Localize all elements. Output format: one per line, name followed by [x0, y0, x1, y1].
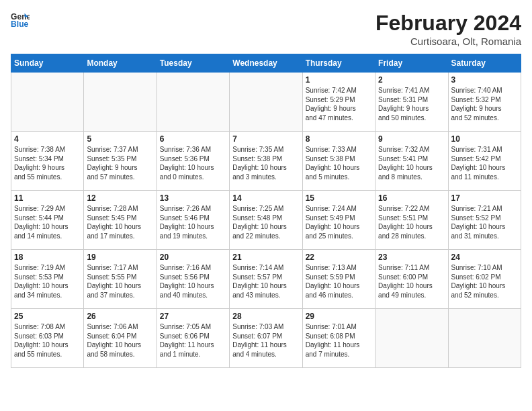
day-number: 14 — [232, 193, 299, 203]
day-number: 1 — [306, 75, 372, 85]
calendar-cell: 26Sunrise: 7:06 AMSunset: 6:04 PMDayligh… — [84, 309, 157, 368]
weekday-header-sunday: Sunday — [11, 54, 84, 73]
cell-content: Sunrise: 7:22 AMSunset: 5:51 PMDaylight:… — [378, 204, 445, 240]
day-number: 18 — [14, 253, 81, 262]
cell-content: Sunrise: 7:40 AMSunset: 5:32 PMDaylight:… — [451, 86, 518, 122]
calendar-cell: 20Sunrise: 7:16 AMSunset: 5:56 PMDayligh… — [157, 250, 229, 309]
day-number: 8 — [306, 134, 372, 144]
calendar-week-2: 11Sunrise: 7:29 AMSunset: 5:44 PMDayligh… — [11, 191, 521, 250]
cell-content: Sunrise: 7:33 AMSunset: 5:38 PMDaylight:… — [306, 145, 372, 181]
cell-content: Sunrise: 7:28 AMSunset: 5:45 PMDaylight:… — [87, 204, 153, 240]
calendar-cell — [230, 73, 302, 132]
logo: General Blue — [11, 11, 30, 30]
svg-text:Blue: Blue — [11, 19, 29, 29]
calendar-week-3: 18Sunrise: 7:19 AMSunset: 5:53 PMDayligh… — [11, 250, 521, 309]
cell-content: Sunrise: 7:06 AMSunset: 6:04 PMDaylight:… — [87, 322, 153, 359]
calendar-cell: 19Sunrise: 7:17 AMSunset: 5:55 PMDayligh… — [84, 250, 157, 309]
calendar-cell — [375, 309, 448, 368]
cell-content: Sunrise: 7:31 AMSunset: 5:42 PMDaylight:… — [451, 145, 518, 181]
calendar-cell: 14Sunrise: 7:25 AMSunset: 5:48 PMDayligh… — [230, 191, 302, 250]
day-number: 24 — [451, 253, 518, 262]
day-number: 10 — [451, 134, 518, 144]
day-number: 4 — [14, 134, 81, 144]
calendar-cell: 28Sunrise: 7:03 AMSunset: 6:07 PMDayligh… — [230, 309, 302, 368]
calendar-cell: 11Sunrise: 7:29 AMSunset: 5:44 PMDayligh… — [11, 191, 84, 250]
calendar-cell: 9Sunrise: 7:32 AMSunset: 5:41 PMDaylight… — [375, 132, 448, 191]
cell-content: Sunrise: 7:05 AMSunset: 6:06 PMDaylight:… — [160, 322, 226, 359]
calendar-cell: 12Sunrise: 7:28 AMSunset: 5:45 PMDayligh… — [84, 191, 157, 250]
weekday-header-friday: Friday — [375, 54, 448, 73]
calendar-cell: 1Sunrise: 7:42 AMSunset: 5:29 PMDaylight… — [302, 73, 375, 132]
cell-content: Sunrise: 7:14 AMSunset: 5:57 PMDaylight:… — [232, 263, 299, 300]
location-subtitle: Curtisoara, Olt, Romania — [375, 36, 521, 47]
calendar-week-4: 25Sunrise: 7:08 AMSunset: 6:03 PMDayligh… — [11, 309, 521, 368]
calendar-header: SundayMondayTuesdayWednesdayThursdayFrid… — [11, 54, 521, 73]
day-number: 13 — [160, 193, 226, 203]
day-number: 19 — [87, 253, 153, 262]
calendar-cell: 3Sunrise: 7:40 AMSunset: 5:32 PMDaylight… — [448, 73, 521, 132]
cell-content: Sunrise: 7:10 AMSunset: 6:02 PMDaylight:… — [451, 263, 518, 300]
weekday-row: SundayMondayTuesdayWednesdayThursdayFrid… — [11, 54, 521, 73]
header: General Blue February 2024 Curtisoara, O… — [11, 11, 521, 47]
cell-content: Sunrise: 7:42 AMSunset: 5:29 PMDaylight:… — [306, 86, 372, 122]
day-number: 28 — [232, 312, 299, 321]
cell-content: Sunrise: 7:29 AMSunset: 5:44 PMDaylight:… — [14, 204, 81, 240]
calendar-cell: 29Sunrise: 7:01 AMSunset: 6:08 PMDayligh… — [302, 309, 375, 368]
day-number: 7 — [232, 134, 299, 144]
logo-icon: General Blue — [11, 11, 30, 30]
calendar-cell — [84, 73, 157, 132]
day-number: 17 — [451, 193, 518, 203]
calendar-week-1: 4Sunrise: 7:38 AMSunset: 5:34 PMDaylight… — [11, 132, 521, 191]
cell-content: Sunrise: 7:11 AMSunset: 6:00 PMDaylight:… — [378, 263, 445, 300]
day-number: 2 — [378, 75, 445, 85]
calendar-body: 1Sunrise: 7:42 AMSunset: 5:29 PMDaylight… — [11, 73, 521, 368]
calendar-cell: 18Sunrise: 7:19 AMSunset: 5:53 PMDayligh… — [11, 250, 84, 309]
cell-content: Sunrise: 7:01 AMSunset: 6:08 PMDaylight:… — [306, 322, 372, 359]
cell-content: Sunrise: 7:26 AMSunset: 5:46 PMDaylight:… — [160, 204, 226, 240]
calendar-cell: 8Sunrise: 7:33 AMSunset: 5:38 PMDaylight… — [302, 132, 375, 191]
calendar-table: SundayMondayTuesdayWednesdayThursdayFrid… — [11, 54, 521, 368]
calendar-cell: 22Sunrise: 7:13 AMSunset: 5:59 PMDayligh… — [302, 250, 375, 309]
calendar-cell: 25Sunrise: 7:08 AMSunset: 6:03 PMDayligh… — [11, 309, 84, 368]
calendar-cell: 21Sunrise: 7:14 AMSunset: 5:57 PMDayligh… — [230, 250, 302, 309]
day-number: 11 — [14, 193, 81, 203]
cell-content: Sunrise: 7:19 AMSunset: 5:53 PMDaylight:… — [14, 263, 81, 300]
calendar-cell: 7Sunrise: 7:35 AMSunset: 5:38 PMDaylight… — [230, 132, 302, 191]
cell-content: Sunrise: 7:32 AMSunset: 5:41 PMDaylight:… — [378, 145, 445, 181]
day-number: 5 — [87, 134, 153, 144]
day-number: 20 — [160, 253, 226, 262]
calendar-cell — [11, 73, 84, 132]
cell-content: Sunrise: 7:24 AMSunset: 5:49 PMDaylight:… — [306, 204, 372, 240]
calendar-cell — [448, 309, 521, 368]
calendar-cell: 13Sunrise: 7:26 AMSunset: 5:46 PMDayligh… — [157, 191, 229, 250]
cell-content: Sunrise: 7:41 AMSunset: 5:31 PMDaylight:… — [378, 86, 445, 122]
calendar-cell: 16Sunrise: 7:22 AMSunset: 5:51 PMDayligh… — [375, 191, 448, 250]
calendar-cell: 2Sunrise: 7:41 AMSunset: 5:31 PMDaylight… — [375, 73, 448, 132]
calendar-cell: 15Sunrise: 7:24 AMSunset: 5:49 PMDayligh… — [302, 191, 375, 250]
day-number: 9 — [378, 134, 445, 144]
day-number: 16 — [378, 193, 445, 203]
calendar-cell: 24Sunrise: 7:10 AMSunset: 6:02 PMDayligh… — [448, 250, 521, 309]
cell-content: Sunrise: 7:38 AMSunset: 5:34 PMDaylight:… — [14, 145, 81, 181]
cell-content: Sunrise: 7:25 AMSunset: 5:48 PMDaylight:… — [232, 204, 299, 240]
day-number: 3 — [451, 75, 518, 85]
cell-content: Sunrise: 7:13 AMSunset: 5:59 PMDaylight:… — [306, 263, 372, 300]
day-number: 26 — [87, 312, 153, 321]
weekday-header-monday: Monday — [84, 54, 157, 73]
weekday-header-wednesday: Wednesday — [230, 54, 302, 73]
calendar-cell: 23Sunrise: 7:11 AMSunset: 6:00 PMDayligh… — [375, 250, 448, 309]
cell-content: Sunrise: 7:35 AMSunset: 5:38 PMDaylight:… — [232, 145, 299, 181]
day-number: 6 — [160, 134, 226, 144]
month-title: February 2024 — [375, 11, 521, 36]
calendar-cell: 10Sunrise: 7:31 AMSunset: 5:42 PMDayligh… — [448, 132, 521, 191]
calendar-cell: 5Sunrise: 7:37 AMSunset: 5:35 PMDaylight… — [84, 132, 157, 191]
day-number: 21 — [232, 253, 299, 262]
cell-content: Sunrise: 7:16 AMSunset: 5:56 PMDaylight:… — [160, 263, 226, 300]
weekday-header-tuesday: Tuesday — [157, 54, 229, 73]
cell-content: Sunrise: 7:36 AMSunset: 5:36 PMDaylight:… — [160, 145, 226, 181]
cell-content: Sunrise: 7:03 AMSunset: 6:07 PMDaylight:… — [232, 322, 299, 359]
weekday-header-thursday: Thursday — [302, 54, 375, 73]
title-area: February 2024 Curtisoara, Olt, Romania — [375, 11, 521, 47]
weekday-header-saturday: Saturday — [448, 54, 521, 73]
day-number: 23 — [378, 253, 445, 262]
